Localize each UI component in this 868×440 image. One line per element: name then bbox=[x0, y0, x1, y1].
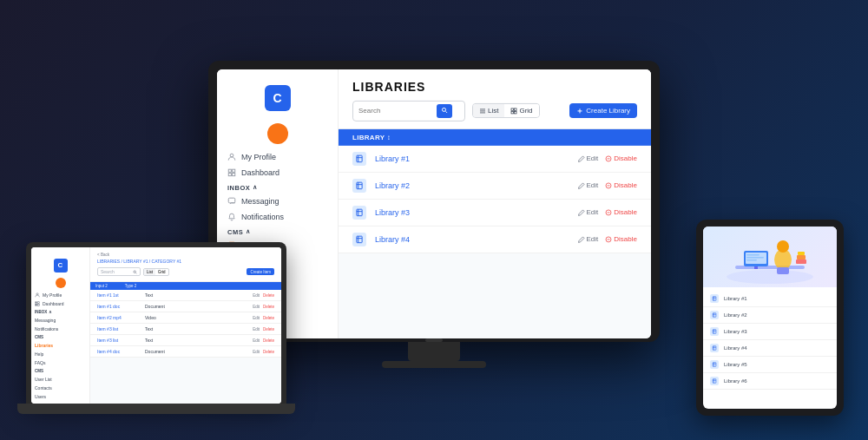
edit-button[interactable]: Edit bbox=[578, 208, 599, 216]
laptop-delete-btn[interactable]: Delete bbox=[263, 305, 274, 309]
row-actions: Edit Disable bbox=[578, 181, 637, 189]
laptop-nav-notifications[interactable]: Notifications bbox=[31, 325, 89, 333]
laptop-delete-btn[interactable]: Delete bbox=[263, 316, 274, 320]
laptop-table-row[interactable]: Item #2 mp4 Video Edit Delete bbox=[90, 312, 281, 324]
laptop-table-row[interactable]: Item #3 list Text Edit Delete bbox=[90, 324, 281, 335]
svg-point-29 bbox=[134, 270, 136, 273]
tablet-lib-icon bbox=[710, 327, 719, 336]
laptop-edit-btn[interactable]: Edit bbox=[253, 293, 260, 298]
laptop-table: Input 2 Type 2 Item #1 1st Text Edit Del… bbox=[90, 282, 281, 358]
laptop-grid-btn[interactable]: Grid bbox=[155, 269, 168, 275]
search-box bbox=[352, 100, 465, 121]
svg-rect-1 bbox=[228, 169, 231, 172]
disable-button[interactable]: Disable bbox=[605, 181, 637, 189]
disable-icon bbox=[605, 208, 612, 215]
laptop-table-row[interactable]: Item #3 list Text Edit Delete bbox=[90, 335, 281, 346]
laptop-delete-btn[interactable]: Delete bbox=[263, 350, 274, 354]
laptop-row-actions: Edit Delete bbox=[253, 350, 274, 354]
laptop-table-row[interactable]: Item #1 1st Text Edit Delete bbox=[90, 290, 281, 301]
main-content: LIBRARIES bbox=[339, 69, 651, 338]
laptop-table-row[interactable]: Item #4 doc Document Edit Delete bbox=[90, 346, 281, 358]
table-row[interactable]: Library #1 Edit Disable bbox=[339, 145, 651, 172]
edit-icon bbox=[578, 181, 585, 188]
laptop-grid-icon bbox=[35, 301, 40, 306]
laptop-edit-btn[interactable]: Edit bbox=[253, 338, 260, 343]
disable-icon bbox=[605, 154, 612, 161]
laptop-delete-btn[interactable]: Delete bbox=[263, 327, 274, 332]
laptop-nav-users[interactable]: Users bbox=[31, 392, 89, 401]
laptop-screen: C My Profile Dashboard bbox=[31, 247, 281, 404]
svg-rect-16 bbox=[357, 155, 362, 162]
disable-button[interactable]: Disable bbox=[605, 208, 637, 216]
svg-rect-13 bbox=[515, 108, 517, 110]
svg-rect-4 bbox=[233, 173, 235, 175]
laptop-edit-btn[interactable]: Edit bbox=[253, 305, 260, 309]
laptop-nav-faqs[interactable]: FAQs bbox=[31, 358, 89, 367]
laptop-back[interactable]: < Back bbox=[97, 253, 274, 257]
laptop-nav-dashboard[interactable]: Dashboard bbox=[31, 299, 89, 308]
sidebar-section-inbox: INBOX ∧ bbox=[217, 180, 338, 193]
edit-button[interactable]: Edit bbox=[578, 154, 599, 162]
laptop-edit-btn[interactable]: Edit bbox=[253, 316, 260, 320]
svg-rect-42 bbox=[797, 255, 806, 259]
table-row[interactable]: Library #3 Edit Disable bbox=[339, 199, 651, 226]
disable-icon bbox=[605, 235, 612, 242]
sidebar-item-dashboard[interactable]: Dashboard bbox=[217, 164, 338, 180]
laptop-nav-profile[interactable]: My Profile bbox=[31, 291, 89, 299]
tablet-app: Library #1 Library #2 Libr bbox=[703, 227, 837, 409]
table-row[interactable]: Library #2 Edit Disable bbox=[339, 172, 651, 199]
edit-icon bbox=[578, 154, 585, 161]
laptop-nav-messaging[interactable]: Messaging bbox=[31, 316, 89, 325]
laptop-row-actions: Edit Delete bbox=[253, 293, 274, 298]
sidebar-item-notifications[interactable]: Notifications bbox=[217, 208, 338, 224]
grid-view-button[interactable]: Grid bbox=[504, 104, 538, 117]
sidebar-item-my-profile[interactable]: My Profile bbox=[217, 148, 338, 164]
laptop-delete-btn[interactable]: Delete bbox=[263, 338, 274, 343]
laptop-list-btn[interactable]: List bbox=[144, 269, 155, 275]
laptop-nav-help[interactable]: Help bbox=[31, 350, 89, 358]
laptop-cms2-section: CMS bbox=[31, 367, 89, 375]
laptop-nav-libraries[interactable]: Libraries bbox=[31, 341, 89, 350]
search-button[interactable] bbox=[437, 103, 452, 117]
search-input[interactable] bbox=[358, 107, 437, 115]
create-library-button[interactable]: Create Library bbox=[569, 103, 637, 118]
laptop-logo: C bbox=[54, 259, 68, 273]
disable-button[interactable]: Disable bbox=[605, 235, 637, 243]
bell-icon bbox=[227, 212, 236, 220]
edit-button[interactable]: Edit bbox=[578, 235, 599, 243]
svg-rect-49 bbox=[713, 379, 716, 384]
library-icon bbox=[352, 178, 366, 192]
tablet-list-item[interactable]: Library #2 bbox=[703, 307, 837, 324]
list-view-button[interactable]: List bbox=[473, 104, 504, 117]
tablet-lib-icon bbox=[710, 294, 719, 303]
laptop-edit-btn[interactable]: Edit bbox=[253, 350, 260, 354]
sidebar-item-messaging[interactable]: Messaging bbox=[217, 193, 338, 208]
laptop-nav-contacts[interactable]: Contacts bbox=[31, 384, 89, 392]
table-row[interactable]: Library #4 Edit Disable bbox=[339, 226, 651, 253]
laptop-user-icon bbox=[35, 292, 40, 298]
disable-button[interactable]: Disable bbox=[605, 154, 637, 162]
monitor-stand bbox=[408, 341, 460, 360]
svg-rect-18 bbox=[357, 182, 362, 189]
toolbar: List Grid Create Library bbox=[352, 100, 637, 121]
laptop-create-btn[interactable]: Create Item bbox=[247, 268, 274, 275]
tablet-screen: Library #1 Library #2 Libr bbox=[703, 227, 837, 409]
tablet-list-item[interactable]: Library #6 bbox=[703, 373, 837, 390]
user-icon bbox=[227, 152, 236, 161]
svg-point-30 bbox=[727, 270, 813, 284]
laptop-delete-btn[interactable]: Delete bbox=[263, 293, 274, 298]
laptop-nav-userlist[interactable]: User List bbox=[31, 375, 89, 384]
sidebar-avatar bbox=[267, 122, 288, 143]
disable-icon bbox=[605, 181, 612, 188]
library-name: Library #3 bbox=[375, 207, 578, 216]
laptop-edit-btn[interactable]: Edit bbox=[253, 327, 260, 332]
laptop-avatar bbox=[56, 278, 66, 288]
tablet-list-item[interactable]: Library #5 bbox=[703, 357, 837, 373]
laptop-table-row[interactable]: Item #1 doc Document Edit Delete bbox=[90, 301, 281, 312]
library-name: Library #1 bbox=[375, 154, 578, 162]
tablet-list-item[interactable]: Library #3 bbox=[703, 324, 837, 340]
svg-rect-28 bbox=[37, 304, 39, 305]
edit-button[interactable]: Edit bbox=[578, 181, 599, 189]
tablet-list-item[interactable]: Library #4 bbox=[703, 340, 837, 357]
tablet-list-item[interactable]: Library #1 bbox=[703, 291, 837, 307]
